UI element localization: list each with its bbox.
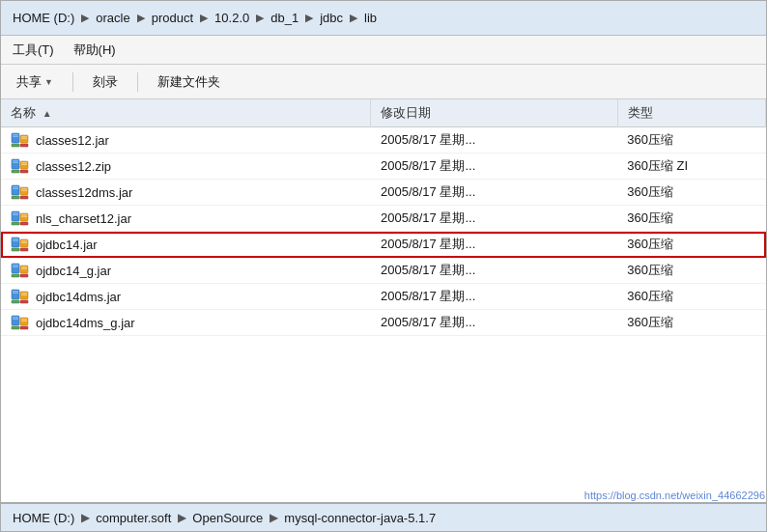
file-type: 360压缩	[617, 206, 765, 232]
toolbar-divider-1	[72, 72, 73, 92]
col-name[interactable]: 名称 ▲	[1, 99, 371, 127]
svg-rect-14	[12, 170, 19, 173]
file-icon	[11, 289, 30, 304]
breadcrumb-item[interactable]: db_1	[267, 9, 302, 27]
breadcrumb-arrow-icon: ▶	[305, 12, 313, 24]
table-row[interactable]: ojdbc14.jar2005/8/17 星期...360压缩	[1, 232, 766, 258]
file-icon	[11, 158, 30, 174]
breadcrumb-text: HOME (D:)	[9, 9, 78, 27]
file-name-cell: classes12.zip	[1, 154, 371, 180]
svg-rect-13	[21, 164, 27, 165]
file-name: ojdbc14.jar	[36, 238, 98, 252]
svg-rect-20	[21, 188, 27, 190]
menu-tools[interactable]: 工具(T)	[9, 40, 58, 61]
file-name: ojdbc14dms.jar	[36, 290, 121, 304]
file-type: 360压缩 ZI	[617, 154, 765, 180]
new-folder-label: 新建文件夹	[157, 73, 220, 91]
share-button[interactable]: 共享 ▼	[9, 70, 61, 94]
svg-rect-31	[20, 222, 28, 225]
svg-rect-58	[13, 319, 18, 320]
svg-rect-6	[12, 144, 19, 147]
file-type: 360压缩	[617, 127, 765, 154]
svg-rect-23	[20, 196, 28, 199]
toolbar-divider-2	[137, 72, 138, 92]
toolbar: 共享 ▼ 刻录 新建文件夹	[1, 65, 766, 99]
file-date: 2005/8/17 星期...	[371, 232, 617, 258]
file-name-cell: classes12dms.jar	[1, 180, 371, 206]
file-name-cell: ojdbc14_g.jar	[1, 258, 371, 284]
breadcrumb-item[interactable]: 10.2.0	[211, 9, 253, 27]
svg-rect-39	[20, 248, 28, 251]
svg-rect-42	[13, 266, 18, 267]
file-type: 360压缩	[617, 310, 765, 336]
table-row[interactable]: nls_charset12.jar2005/8/17 星期...360压缩	[1, 206, 766, 232]
menu-help[interactable]: 帮助(H)	[70, 40, 120, 61]
breadcrumb-item[interactable]: jdbc	[316, 9, 347, 27]
svg-rect-4	[21, 136, 27, 138]
file-list-container: 名称 ▲ 修改日期 类型 classes12.jar2005/8	[1, 99, 766, 502]
file-name-cell: nls_charset12.jar	[1, 206, 371, 232]
file-type: 360压缩	[617, 232, 765, 258]
table-row[interactable]: ojdbc14dms_g.jar2005/8/17 星期...360压缩	[1, 310, 766, 336]
svg-rect-26	[13, 214, 18, 215]
svg-rect-17	[13, 186, 18, 188]
col-modified[interactable]: 修改日期	[371, 99, 617, 127]
breadcrumb-item[interactable]: HOME (D:)	[9, 9, 78, 27]
table-row[interactable]: classes12dms.jar2005/8/17 星期...360压缩	[1, 180, 766, 206]
svg-rect-15	[20, 170, 28, 173]
breadcrumb-arrow-icon: ▶	[81, 12, 89, 24]
breadcrumb-arrow-icon: ▶	[81, 512, 89, 524]
file-icon	[11, 315, 30, 330]
file-name-cell: ojdbc14dms.jar	[1, 284, 371, 310]
svg-rect-22	[12, 196, 19, 199]
breadcrumb-item[interactable]: mysql-connector-java-5.1.7	[280, 509, 440, 527]
breadcrumb-item[interactable]: product	[148, 9, 197, 27]
svg-rect-52	[21, 293, 27, 294]
file-date: 2005/8/17 星期...	[371, 127, 617, 154]
bottom-bar: HOME (D:)▶computer.soft▶OpenSource▶mysql…	[1, 502, 766, 531]
svg-rect-36	[21, 240, 27, 242]
breadcrumb-item[interactable]: OpenSource	[188, 509, 267, 527]
breadcrumb-item[interactable]: oracle	[92, 9, 133, 27]
col-type[interactable]: 类型	[617, 99, 765, 127]
svg-rect-37	[21, 242, 27, 243]
table-row[interactable]: classes12.jar2005/8/17 星期...360压缩	[1, 127, 766, 154]
file-date: 2005/8/17 星期...	[371, 310, 617, 336]
file-date: 2005/8/17 星期...	[371, 180, 617, 206]
address-bar: HOME (D:)▶oracle▶product▶10.2.0▶db_1▶jdb…	[1, 1, 766, 36]
breadcrumb-text: 10.2.0	[211, 9, 253, 27]
file-name: ojdbc14_g.jar	[36, 264, 111, 278]
burn-button[interactable]: 刻录	[85, 70, 126, 94]
sort-indicator: ▲	[43, 108, 52, 119]
bottom-breadcrumb: HOME (D:)▶computer.soft▶OpenSource▶mysql…	[9, 509, 440, 527]
table-row[interactable]: ojdbc14dms.jar2005/8/17 星期...360压缩	[1, 284, 766, 310]
file-name-cell: ojdbc14dms_g.jar	[1, 310, 371, 336]
svg-rect-30	[12, 222, 19, 225]
breadcrumb-item[interactable]: lib	[360, 9, 381, 27]
svg-rect-44	[21, 266, 27, 268]
breadcrumb-item[interactable]: HOME (D:)	[9, 509, 78, 527]
file-type: 360压缩	[617, 258, 765, 284]
breadcrumb-item[interactable]: computer.soft	[92, 509, 175, 527]
breadcrumb-text: product	[148, 9, 197, 27]
file-icon	[11, 237, 30, 252]
table-row[interactable]: classes12.zip2005/8/17 星期...360压缩 ZI	[1, 154, 766, 180]
svg-rect-1	[13, 134, 18, 136]
file-name: classes12.jar	[36, 133, 109, 148]
breadcrumb-arrow-icon: ▶	[178, 512, 185, 524]
svg-rect-12	[21, 162, 27, 164]
breadcrumb-text: lib	[360, 9, 381, 27]
breadcrumb: HOME (D:)▶oracle▶product▶10.2.0▶db_1▶jdb…	[9, 9, 381, 27]
breadcrumb-arrow-icon: ▶	[270, 512, 277, 524]
table-row[interactable]: ojdbc14_g.jar2005/8/17 星期...360压缩	[1, 258, 766, 284]
file-name-cell: classes12.jar	[1, 127, 371, 154]
svg-rect-62	[12, 326, 19, 329]
svg-rect-28	[21, 214, 27, 216]
svg-rect-60	[21, 319, 27, 321]
breadcrumb-arrow-icon: ▶	[350, 12, 357, 24]
breadcrumb-text: computer.soft	[92, 509, 175, 527]
svg-rect-2	[13, 136, 18, 137]
breadcrumb-text: HOME (D:)	[9, 509, 78, 527]
new-folder-button[interactable]: 新建文件夹	[150, 70, 228, 94]
svg-rect-57	[13, 317, 18, 319]
